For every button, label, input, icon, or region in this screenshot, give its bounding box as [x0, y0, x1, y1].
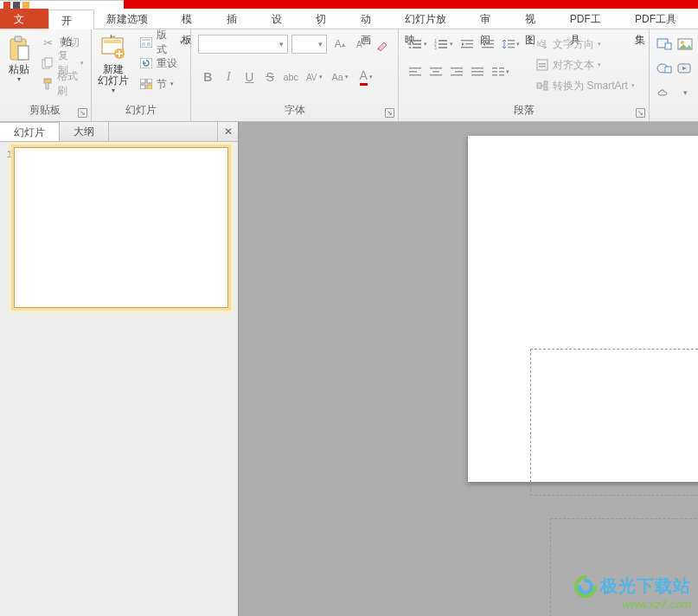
- qat-save-icon[interactable]: [13, 2, 20, 9]
- tab-template[interactable]: 模板: [170, 9, 215, 29]
- watermark-logo-icon: [574, 575, 597, 598]
- svg-rect-69: [665, 67, 671, 73]
- section-button[interactable]: 节 ▾: [136, 74, 187, 93]
- font-launcher[interactable]: ↘: [385, 108, 394, 118]
- tab-file[interactable]: 文件: [0, 9, 48, 29]
- font-color-button[interactable]: A▾: [354, 67, 378, 87]
- thumbnail-item[interactable]: 1: [3, 147, 234, 308]
- reset-icon: [139, 56, 153, 70]
- chevron-down-icon: ▾: [180, 39, 183, 46]
- char-spacing-button[interactable]: AV▾: [302, 67, 326, 87]
- svg-rect-62: [544, 81, 548, 85]
- align-left-button[interactable]: [406, 62, 425, 81]
- tab-design[interactable]: 设计: [259, 9, 304, 29]
- numbering-button[interactable]: 123▾: [432, 35, 456, 54]
- paragraph-launcher[interactable]: ↘: [636, 108, 645, 118]
- svg-rect-30: [461, 40, 473, 42]
- align-right-button[interactable]: [447, 62, 466, 81]
- slide-canvas[interactable]: 极光下载站 www.xz7.com: [239, 122, 698, 616]
- svg-rect-51: [492, 67, 497, 69]
- grow-font-button[interactable]: A▴: [330, 35, 349, 54]
- svg-rect-40: [409, 71, 417, 73]
- text-direction-button[interactable]: lĜ 文字方向 ▾: [532, 35, 638, 54]
- thumbnail-list[interactable]: 1: [0, 142, 238, 616]
- svg-rect-34: [486, 43, 494, 45]
- layout-icon: [139, 35, 153, 49]
- ribbon-tabs: 文件 开始 新建选项卡 模板 插入 设计 切换 动画 幻灯片放映 审阅 视图 P…: [0, 9, 698, 29]
- group-font-title: 字体 ↘: [191, 101, 398, 121]
- align-text-icon: [535, 58, 549, 72]
- svg-point-22: [409, 47, 412, 49]
- svg-rect-52: [499, 67, 504, 69]
- brush-icon: [42, 77, 54, 91]
- panel-tabs: 幻灯片 大纲 ✕: [0, 122, 238, 142]
- group-slides-title: 幻灯片: [92, 101, 191, 121]
- section-label: 节: [157, 77, 167, 92]
- svg-rect-48: [471, 67, 483, 69]
- shape-cloud-button[interactable]: [655, 83, 674, 102]
- decrease-indent-button[interactable]: [458, 35, 477, 54]
- align-justify-button[interactable]: [468, 62, 487, 81]
- qat-undo-icon[interactable]: [22, 2, 29, 9]
- underline-button[interactable]: U: [240, 67, 259, 87]
- bullets-button[interactable]: ▾: [406, 35, 430, 54]
- svg-rect-27: [439, 43, 447, 45]
- shape-action-button[interactable]: [676, 59, 695, 78]
- tab-review[interactable]: 审阅: [468, 9, 513, 29]
- tab-insert[interactable]: 插入: [215, 9, 259, 29]
- placeholder-title[interactable]: [530, 349, 698, 496]
- line-spacing-button[interactable]: ▾: [499, 35, 523, 54]
- panel-tab-slides[interactable]: 幻灯片: [0, 122, 60, 141]
- svg-rect-15: [147, 79, 152, 83]
- svg-rect-25: [439, 40, 447, 42]
- svg-rect-31: [465, 43, 473, 45]
- formatpainter-button[interactable]: 格式刷: [38, 74, 87, 93]
- svg-rect-47: [451, 74, 463, 76]
- tab-pdftool[interactable]: PDF工具: [558, 9, 623, 29]
- paragraph-title-text: 段落: [514, 104, 535, 116]
- layout-button[interactable]: 版式 ▾: [136, 33, 187, 52]
- font-size-combo[interactable]: ▾: [291, 35, 328, 54]
- text-direction-label: 文字方向: [553, 37, 594, 52]
- paste-button[interactable]: 粘贴 ▾: [3, 33, 35, 101]
- shape-picture-button[interactable]: [676, 35, 695, 54]
- smartart-icon: [535, 79, 549, 93]
- clear-format-button[interactable]: [374, 35, 392, 54]
- reset-button[interactable]: 重设: [136, 54, 187, 73]
- align-text-button[interactable]: 对齐文本 ▾: [532, 55, 638, 74]
- shape-oval-button[interactable]: [655, 59, 674, 78]
- copy-icon: [42, 56, 54, 70]
- change-case-button[interactable]: Aa▾: [328, 67, 352, 87]
- shadow-button[interactable]: abc: [281, 67, 300, 87]
- increase-indent-button[interactable]: [478, 35, 497, 54]
- newslide-button[interactable]: 新建 幻灯片 ▾: [95, 33, 132, 101]
- svg-rect-37: [508, 43, 515, 45]
- tab-home[interactable]: 开始: [48, 10, 95, 29]
- tab-transition[interactable]: 切换: [304, 9, 349, 29]
- columns-button[interactable]: ▾: [489, 62, 513, 81]
- tab-newoption[interactable]: 新建选项卡: [94, 9, 170, 29]
- panel-tab-outline[interactable]: 大纲: [60, 122, 109, 141]
- bold-button[interactable]: B: [198, 67, 217, 87]
- panel-close-button[interactable]: ✕: [217, 122, 238, 141]
- tab-animation[interactable]: 动画: [349, 9, 394, 29]
- shape-more-button[interactable]: ▾: [676, 83, 695, 102]
- svg-rect-50: [471, 74, 483, 76]
- svg-rect-5: [44, 79, 51, 83]
- clipboard-launcher[interactable]: ↘: [78, 108, 87, 118]
- shrink-font-button[interactable]: A▾: [352, 35, 370, 54]
- align-center-button[interactable]: [426, 62, 445, 81]
- tab-pdftoolset[interactable]: PDF工具集: [623, 9, 698, 29]
- smartart-button[interactable]: 转换为 SmartArt ▾: [532, 76, 638, 95]
- align-text-label: 对齐文本: [553, 58, 594, 73]
- strike-button[interactable]: S: [260, 67, 279, 87]
- font-name-combo[interactable]: ▾: [198, 35, 288, 54]
- thumbnail-preview[interactable]: [14, 147, 228, 308]
- shape-rect-button[interactable]: [655, 35, 674, 54]
- text-direction-icon: lĜ: [535, 37, 549, 51]
- tab-view[interactable]: 视图: [513, 9, 558, 29]
- svg-point-18: [409, 40, 412, 42]
- scissors-icon: ✂: [42, 35, 55, 49]
- italic-button[interactable]: I: [219, 67, 238, 87]
- tab-slideshow[interactable]: 幻灯片放映: [393, 9, 468, 29]
